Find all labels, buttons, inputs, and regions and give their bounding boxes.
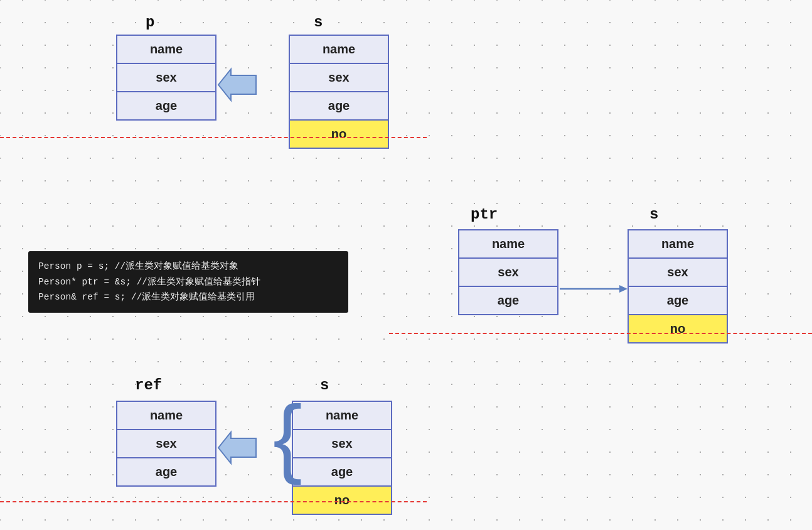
s-box-bottom: name sex age no xyxy=(292,401,392,515)
p-cell-age: age xyxy=(117,92,215,119)
ref-cell-sex: sex xyxy=(117,430,215,458)
s-top-cell-name: name xyxy=(290,36,388,64)
code-line2: Person* ptr = &s; //派生类对象赋值给基类指针 xyxy=(38,274,338,290)
p-cell-name: name xyxy=(117,36,215,64)
s-label-middle: s xyxy=(649,206,658,223)
ptr-cell-name: name xyxy=(459,230,557,259)
red-dashed-middle xyxy=(389,333,812,334)
ptr-cell-age: age xyxy=(459,287,557,314)
arrow-middle xyxy=(560,283,628,295)
s-mid-cell-sex: sex xyxy=(629,259,727,287)
svg-marker-4 xyxy=(218,432,256,463)
s-bot-cell-sex: sex xyxy=(293,430,391,458)
s-mid-cell-no: no xyxy=(629,315,727,342)
svg-marker-3 xyxy=(619,285,628,293)
svg-marker-1 xyxy=(218,69,256,100)
s-top-cell-no: no xyxy=(290,121,388,148)
arrow-bottom xyxy=(218,432,275,463)
s-mid-cell-age: age xyxy=(629,287,727,315)
s-top-cell-sex: sex xyxy=(290,64,388,92)
p-cell-sex: sex xyxy=(117,64,215,92)
code-block: Person p = s; //派生类对象赋值给基类对象 Person* ptr… xyxy=(28,251,348,313)
ptr-box: name sex age xyxy=(458,229,558,315)
s-label-top: s xyxy=(314,14,323,31)
p-label: p xyxy=(146,14,154,31)
s-top-cell-age: age xyxy=(290,92,388,121)
ref-cell-age: age xyxy=(117,458,215,485)
curly-brace: { xyxy=(273,392,302,480)
red-dashed-bottom xyxy=(0,501,427,502)
ptr-cell-sex: sex xyxy=(459,259,557,287)
p-box: name sex age xyxy=(116,35,216,121)
s-box-middle: name sex age no xyxy=(628,229,728,343)
s-bot-cell-no: no xyxy=(293,487,391,514)
s-bot-cell-name: name xyxy=(293,402,391,430)
ptr-label: ptr xyxy=(471,206,498,223)
s-bot-cell-age: age xyxy=(293,458,391,487)
ref-box: name sex age xyxy=(116,401,216,487)
s-label-bottom: s xyxy=(320,377,329,394)
red-dashed-top xyxy=(0,137,427,138)
ref-label: ref xyxy=(135,377,162,394)
ref-cell-name: name xyxy=(117,402,215,430)
s-mid-cell-name: name xyxy=(629,230,727,259)
arrow-top xyxy=(218,69,289,100)
code-line1: Person p = s; //派生类对象赋值给基类对象 xyxy=(38,259,338,274)
code-line3: Person& ref = s; //派生类对象赋值给基类引用 xyxy=(38,289,338,305)
s-box-top: name sex age no xyxy=(289,35,389,149)
